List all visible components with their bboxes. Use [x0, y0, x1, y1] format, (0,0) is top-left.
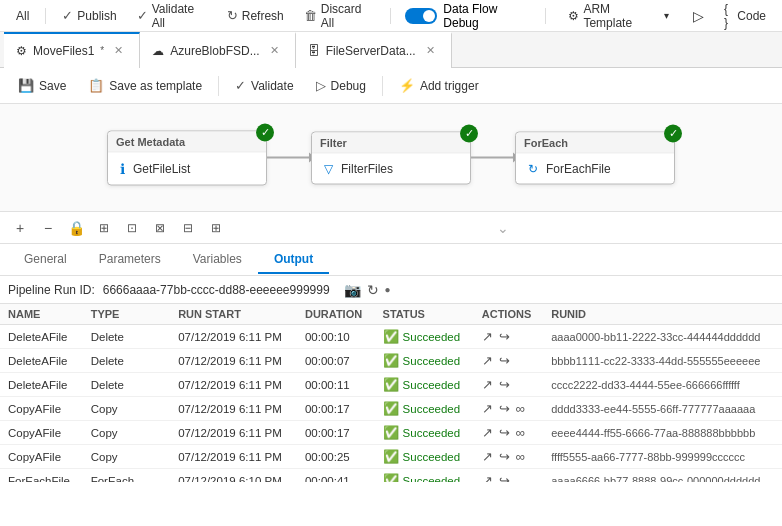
tab-azureblob-close[interactable]: ✕ [266, 42, 283, 59]
node-filter-name: FilterFiles [341, 161, 393, 175]
tab-movefiles[interactable]: ⚙ MoveFiles1 * ✕ [4, 32, 140, 68]
row-output-icon[interactable]: ↪ [499, 353, 510, 368]
cell-actions[interactable]: ↗ ↪ ∞ [474, 445, 543, 469]
trigger-icon: ⚡ [399, 78, 415, 93]
row-output-icon[interactable]: ↪ [499, 377, 510, 392]
tab-fileserver-icon: 🗄 [308, 44, 320, 58]
tab-variables[interactable]: Variables [177, 246, 258, 274]
output-table-scroll[interactable]: NAME TYPE RUN START DURATION STATUS ACTI… [0, 304, 782, 482]
tab-parameters[interactable]: Parameters [83, 246, 177, 274]
cell-type: Delete [83, 373, 170, 397]
cell-actions[interactable]: ↗ ↪ [474, 325, 543, 349]
refresh-run-icon[interactable]: ↻ [367, 282, 379, 298]
cell-type: ForEach [83, 469, 170, 483]
tab-azureblob[interactable]: ☁ AzureBlobFSD... ✕ [140, 32, 295, 68]
row-input-icon[interactable]: ↗ [482, 377, 493, 392]
camera-icon[interactable]: 📷 [344, 282, 361, 298]
action-sep2 [382, 76, 383, 96]
cell-type: Copy [83, 397, 170, 421]
node-get-metadata[interactable]: Get Metadata ℹ GetFileList ✓ [107, 130, 267, 185]
cell-actions[interactable]: ↗ ↪ [474, 469, 543, 483]
arm-template-button[interactable]: ⚙ ARM Template ▾ [560, 0, 677, 34]
cell-actions[interactable]: ↗ ↪ [474, 373, 543, 397]
save-button[interactable]: 💾 Save [8, 73, 76, 98]
node-filter[interactable]: Filter ▽ FilterFiles ✓ [311, 131, 471, 184]
pipeline-canvas[interactable]: Get Metadata ℹ GetFileList ✓ Filter ▽ Fi… [0, 104, 782, 212]
col-actions: ACTIONS [474, 304, 543, 325]
row-output-icon[interactable]: ↪ [499, 449, 510, 464]
row-input-icon[interactable]: ↗ [482, 425, 493, 440]
select-tool-button[interactable]: ⊞ [92, 216, 116, 240]
publish-label: Publish [77, 9, 116, 23]
row-input-icon[interactable]: ↗ [482, 329, 493, 344]
table-row[interactable]: DeleteAFile Delete 07/12/2019 6:11 PM 00… [0, 349, 782, 373]
tab-fileserver-label: FileServerData... [326, 44, 416, 58]
cell-status: ✅ Succeeded [375, 445, 474, 469]
cell-runid: ffff5555-aa66-7777-88bb-999999cccccc [543, 445, 782, 469]
refresh-button[interactable]: ↻ Refresh [219, 4, 292, 27]
row-loop-icon[interactable]: ∞ [516, 401, 525, 416]
table-row[interactable]: CopyAFile Copy 07/12/2019 6:11 PM 00:00:… [0, 445, 782, 469]
cell-actions[interactable]: ↗ ↪ ∞ [474, 397, 543, 421]
add-trigger-button[interactable]: ⚡ Add trigger [389, 73, 489, 98]
arrange-button[interactable]: ⊟ [176, 216, 200, 240]
save-as-template-button[interactable]: 📋 Save as template [78, 73, 212, 98]
row-output-icon[interactable]: ↪ [499, 473, 510, 482]
row-input-icon[interactable]: ↗ [482, 449, 493, 464]
row-output-icon[interactable]: ↪ [499, 401, 510, 416]
code-button[interactable]: { } Code [716, 0, 774, 34]
node-filter-title: Filter [320, 136, 347, 148]
cell-type: Delete [83, 349, 170, 373]
table-row[interactable]: ForEachFile ForEach 07/12/2019 6:10 PM 0… [0, 469, 782, 483]
pipeline-run-id-value: 6666aaaa-77bb-cccc-dd88-eeeeee999999 [103, 283, 330, 297]
cell-name: DeleteAFile [0, 349, 83, 373]
row-input-icon[interactable]: ↗ [482, 401, 493, 416]
foreach-icon: ↻ [528, 161, 538, 175]
cell-duration: 00:00:11 [297, 373, 375, 397]
row-loop-icon[interactable]: ∞ [516, 449, 525, 464]
row-output-icon[interactable]: ↪ [499, 329, 510, 344]
validate-all-button[interactable]: ✓ Validate All [129, 0, 215, 34]
fit-view-button[interactable]: 🔒 [64, 216, 88, 240]
tab-movefiles-label: MoveFiles1 [33, 44, 94, 58]
status-success-icon: ✅ [383, 425, 399, 440]
table-row[interactable]: DeleteAFile Delete 07/12/2019 6:11 PM 00… [0, 373, 782, 397]
debug-toggle-group: Data Flow Debug [405, 2, 532, 30]
reset-view-button[interactable]: ⊠ [148, 216, 172, 240]
table-row[interactable]: CopyAFile Copy 07/12/2019 6:11 PM 00:00:… [0, 397, 782, 421]
zoom-fit-button[interactable]: ⊡ [120, 216, 144, 240]
row-loop-icon[interactable]: ∞ [516, 425, 525, 440]
row-input-icon[interactable]: ↗ [482, 473, 493, 482]
send-button[interactable]: ▷ [685, 4, 712, 28]
zoom-out-button[interactable]: − [36, 216, 60, 240]
zoom-in-button[interactable]: + [8, 216, 32, 240]
validate-icon: ✓ [235, 78, 246, 93]
row-output-icon[interactable]: ↪ [499, 425, 510, 440]
tab-movefiles-close[interactable]: ✕ [110, 42, 127, 59]
cell-actions[interactable]: ↗ ↪ ∞ [474, 421, 543, 445]
data-flow-debug-toggle[interactable] [405, 8, 437, 24]
row-input-icon[interactable]: ↗ [482, 353, 493, 368]
all-button[interactable]: All [8, 5, 37, 27]
status-text: Succeeded [403, 451, 461, 463]
layout-button[interactable]: ⊞ [204, 216, 228, 240]
discard-all-button[interactable]: 🗑 Discard All [296, 0, 382, 34]
tab-general[interactable]: General [8, 246, 83, 274]
tab-output[interactable]: Output [258, 246, 329, 274]
cell-run-start: 07/12/2019 6:11 PM [170, 421, 297, 445]
validate-button[interactable]: ✓ Validate [225, 73, 303, 98]
cell-actions[interactable]: ↗ ↪ [474, 349, 543, 373]
table-row[interactable]: CopyAFile Copy 07/12/2019 6:11 PM 00:00:… [0, 421, 782, 445]
tab-fileserver[interactable]: 🗄 FileServerData... ✕ [296, 32, 452, 68]
publish-button[interactable]: ✓ Publish [54, 4, 124, 27]
debug-button[interactable]: ▷ Debug [306, 73, 376, 98]
node-get-metadata-title: Get Metadata [116, 135, 185, 147]
cell-type: Copy [83, 421, 170, 445]
expand-icon[interactable]: ⌄ [497, 220, 509, 236]
tab-general-label: General [24, 252, 67, 266]
table-row[interactable]: DeleteAFile Delete 07/12/2019 6:11 PM 00… [0, 325, 782, 349]
node-foreach[interactable]: ForEach ↻ ForEachFile ✓ [515, 131, 675, 184]
cell-status: ✅ Succeeded [375, 397, 474, 421]
tab-fileserver-close[interactable]: ✕ [422, 42, 439, 59]
node-foreach-name: ForEachFile [546, 161, 611, 175]
